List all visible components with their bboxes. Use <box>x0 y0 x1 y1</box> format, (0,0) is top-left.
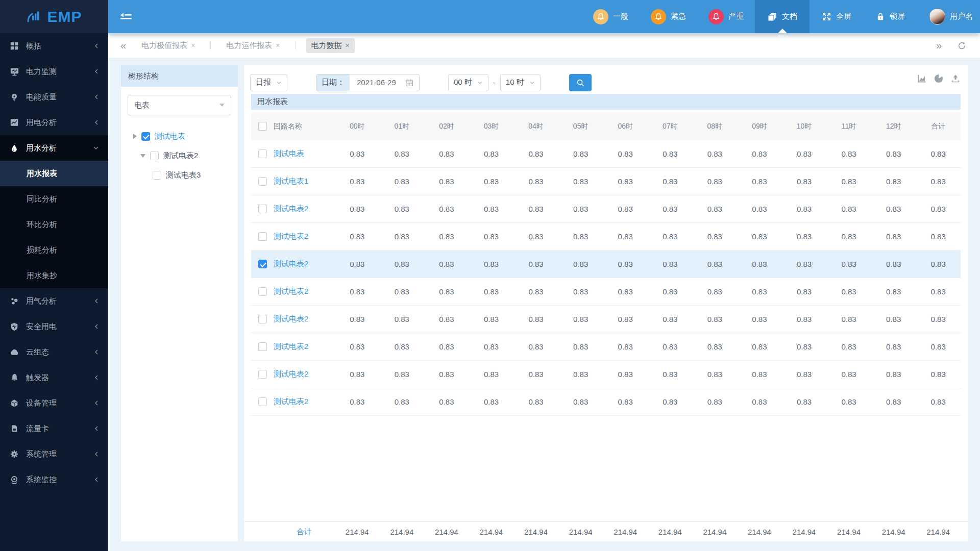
nav-item-lock-screen[interactable]: 锁屏 <box>864 0 917 33</box>
report-type-select[interactable]: 日报 <box>250 74 287 91</box>
meter-type-select[interactable]: 电表 <box>128 95 231 115</box>
row-checkbox[interactable] <box>258 287 267 296</box>
hour-value-cell: 0.83 <box>603 342 648 351</box>
circuit-name-link[interactable]: 测试电表2 <box>274 397 335 407</box>
sidebar-item-water-report[interactable]: 用水报表 <box>0 161 108 186</box>
row-checkbox[interactable] <box>258 205 267 213</box>
sidebar-item-gas-analysis[interactable]: 用气分析 <box>0 288 108 314</box>
column-header: 合计 <box>916 122 961 131</box>
brand-logo[interactable]: EMP <box>0 0 108 33</box>
tab-power-extremes-report[interactable]: 电力极值报表 × <box>136 38 200 53</box>
refresh-icon[interactable] <box>957 41 967 51</box>
tabs-scroll-right-icon[interactable]: » <box>936 40 942 51</box>
table-row[interactable]: 测试电表20.830.830.830.830.830.830.830.830.8… <box>251 333 961 361</box>
circuit-name-link[interactable]: 测试电表2 <box>274 287 335 296</box>
circuit-name-link[interactable]: 测试电表2 <box>274 342 335 352</box>
tree-node-checkbox[interactable] <box>150 152 159 160</box>
tabs-scroll-left-icon[interactable]: « <box>120 40 126 51</box>
area-chart-view-icon[interactable] <box>917 73 927 84</box>
search-button[interactable] <box>569 74 592 91</box>
alarm-urgent[interactable]: 紧急 <box>640 0 697 33</box>
select-all-checkbox[interactable] <box>258 122 267 131</box>
sidebar-item-water-analysis[interactable]: 用水分析 <box>0 135 108 161</box>
close-tab-icon[interactable]: × <box>191 41 195 49</box>
row-checkbox[interactable] <box>258 342 267 351</box>
circuit-name-link[interactable]: 测试电表2 <box>274 369 335 379</box>
tree-node-checkbox[interactable] <box>141 132 150 141</box>
tree-node[interactable]: 测试电表3 <box>121 165 238 185</box>
sidebar-item-safe-electricity[interactable]: 安全用电 <box>0 314 108 339</box>
expander-down-icon[interactable] <box>140 154 145 158</box>
table-row[interactable]: 测试电表20.830.830.830.830.830.830.830.830.8… <box>251 195 961 223</box>
summary-value-cell: 214.94 <box>826 528 871 536</box>
sidebar-item-electricity-analysis[interactable]: 用电分析 <box>0 110 108 135</box>
table-row[interactable]: 测试电表20.830.830.830.830.830.830.830.830.8… <box>251 223 961 251</box>
sidebar-item-power-quality[interactable]: 电能质量 <box>0 84 108 110</box>
pie-chart-view-icon[interactable] <box>934 73 944 84</box>
hour-value-cell: 0.83 <box>826 397 871 406</box>
table-row[interactable]: 测试电表20.830.830.830.830.830.830.830.830.8… <box>251 278 961 306</box>
hour-value-cell: 0.83 <box>871 149 916 158</box>
tab-power-data[interactable]: 电力数据 × <box>306 38 355 53</box>
circuit-name-link[interactable]: 测试电表1 <box>274 177 335 186</box>
row-checkbox[interactable] <box>258 370 267 379</box>
date-value[interactable]: 2021-06-29 <box>350 74 405 91</box>
hour-value-cell: 0.83 <box>737 205 782 213</box>
calendar-icon[interactable] <box>405 74 419 91</box>
sidebar-item-cloud-config[interactable]: 云组态 <box>0 339 108 365</box>
hour-value-cell: 0.83 <box>335 177 380 186</box>
hour-value-cell: 0.83 <box>380 342 425 351</box>
alarm-general[interactable]: 一般 <box>582 0 640 33</box>
hour-value-cell: 0.83 <box>693 205 738 213</box>
collapse-sidebar-icon[interactable] <box>119 11 133 22</box>
tree-node[interactable]: 测试电表2 <box>121 146 238 165</box>
sidebar-item-system-monitoring[interactable]: 系统监控 <box>0 467 108 492</box>
hour-start-select[interactable]: 00 时 <box>448 74 488 91</box>
tab-power-operation-report[interactable]: 电力运作报表 × <box>221 38 285 53</box>
table-row[interactable]: 测试电表20.830.830.830.830.830.830.830.830.8… <box>251 361 961 388</box>
row-checkbox[interactable] <box>258 149 267 158</box>
table-row[interactable]: 测试电表10.830.830.830.830.830.830.830.830.8… <box>251 168 961 195</box>
table-row[interactable]: 测试电表20.830.830.830.830.830.830.830.830.8… <box>251 388 961 416</box>
export-icon[interactable] <box>950 73 961 84</box>
close-tab-icon[interactable]: × <box>276 41 280 49</box>
sidebar-item-yoy-analysis[interactable]: 同比分析 <box>0 186 108 212</box>
row-checkbox[interactable] <box>258 315 267 323</box>
nav-item-docs[interactable]: 文档 <box>755 0 810 33</box>
sidebar-item-device-management[interactable]: 设备管理 <box>0 390 108 416</box>
circuit-name-link[interactable]: 测试电表2 <box>274 204 335 214</box>
circuit-name-link[interactable]: 测试电表2 <box>274 314 335 324</box>
row-checkbox[interactable] <box>258 260 267 268</box>
expander-right-icon[interactable] <box>133 134 137 139</box>
sidebar-item-loss-analysis[interactable]: 损耗分析 <box>0 237 108 263</box>
close-tab-icon[interactable]: × <box>346 41 350 49</box>
user-menu[interactable]: 用户名 <box>917 0 980 33</box>
sidebar-item-power-monitoring[interactable]: 电力监测 <box>0 59 108 84</box>
row-checkbox[interactable] <box>258 232 267 241</box>
hour-value-cell: 0.83 <box>603 149 648 158</box>
sidebar-item-mom-analysis[interactable]: 环比分析 <box>0 212 108 237</box>
tree-node[interactable]: 测试电表 <box>121 127 238 146</box>
alarm-severe[interactable]: 严重 <box>697 0 755 33</box>
sidebar-item-water-meter-reading[interactable]: 用水集抄 <box>0 263 108 288</box>
circuit-name-link[interactable]: 测试电表2 <box>274 259 335 269</box>
tab-divider <box>210 42 211 49</box>
sidebar-item-system-management[interactable]: 系统管理 <box>0 441 108 467</box>
hour-value-cell: 0.83 <box>424 149 469 158</box>
circuit-name-link[interactable]: 测试电表 <box>274 149 335 159</box>
hour-value-cell: 0.83 <box>871 315 916 323</box>
hour-end-select[interactable]: 10 时 <box>500 74 541 91</box>
row-checkbox[interactable] <box>258 397 267 406</box>
table-row[interactable]: 测试电表20.830.830.830.830.830.830.830.830.8… <box>251 306 961 333</box>
table-row[interactable]: 测试电表20.830.830.830.830.830.830.830.830.8… <box>251 251 961 278</box>
sidebar-item-data-card[interactable]: 流量卡 <box>0 416 108 441</box>
tree-node-checkbox[interactable] <box>153 171 161 180</box>
date-picker[interactable]: 日期： 2021-06-29 <box>316 74 420 91</box>
nav-item-fullscreen[interactable]: 全屏 <box>810 0 864 33</box>
sidebar-item-trigger[interactable]: 触发器 <box>0 365 108 390</box>
sidebar-item-overview[interactable]: 概括 <box>0 33 108 59</box>
circuit-name-link[interactable]: 测试电表2 <box>274 232 335 241</box>
table-row[interactable]: 测试电表0.830.830.830.830.830.830.830.830.83… <box>251 140 961 168</box>
hour-value-cell: 0.83 <box>826 205 871 213</box>
row-checkbox[interactable] <box>258 177 267 186</box>
